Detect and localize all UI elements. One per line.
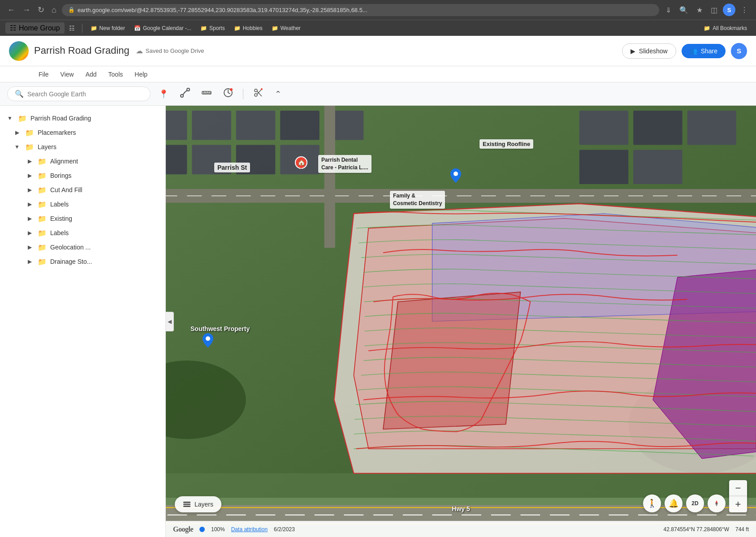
search-bar[interactable]: 🔍: [7, 86, 151, 101]
app-header: Parrish Road Grading ☁ Saved to Google D…: [0, 36, 756, 66]
layers-button[interactable]: Layers: [175, 496, 221, 512]
map-controls: 🚶 🔔 2D −: [643, 480, 747, 512]
menu-tools[interactable]: Tools: [104, 69, 128, 80]
navigate-button[interactable]: [708, 494, 726, 512]
more-options-icon[interactable]: ⋮: [738, 4, 751, 16]
tree-toggle-borings[interactable]: ▶: [25, 171, 34, 180]
bookmark-weather[interactable]: 📁 Weather: [268, 24, 304, 33]
bookmark-hobbies[interactable]: 📁 Hobbies: [230, 24, 266, 33]
tree-label-labels-2: Labels: [50, 229, 69, 236]
tree-toggle-placemarkers[interactable]: ▶: [13, 128, 22, 137]
all-bookmarks-label: All Bookmarks: [713, 25, 747, 31]
reload-button[interactable]: ↻: [36, 3, 46, 17]
street-view-button[interactable]: 🚶: [643, 494, 661, 512]
svg-rect-53: [183, 506, 190, 507]
svg-point-15: [261, 88, 263, 90]
sidebar-collapse-button[interactable]: ◀: [166, 312, 174, 331]
tree-item-labels-2[interactable]: ▶ 📁 Labels: [0, 226, 165, 240]
search-input[interactable]: [27, 90, 139, 98]
tree-toggle-alignment[interactable]: ▶: [25, 157, 34, 166]
tree-toggle-layers[interactable]: ▼: [13, 142, 22, 151]
save-status-text: Saved to Google Drive: [146, 47, 204, 54]
address-bar[interactable]: 🔒 earth.google.com/web/@42.87553935,-77.…: [62, 4, 659, 16]
app-title-group: Parrish Road Grading: [34, 45, 130, 57]
header-actions: ▶ Slideshow 👥 Share S: [622, 43, 747, 59]
time-tool-button[interactable]: [220, 85, 237, 103]
share-button[interactable]: 👥 Share: [682, 44, 726, 58]
bookmark-new-folder[interactable]: 📁 New folder: [87, 24, 129, 33]
pin-blue-1: [450, 168, 461, 185]
profile-avatar-app[interactable]: S: [731, 43, 747, 59]
slideshow-button[interactable]: ▶ Slideshow: [622, 43, 676, 59]
app-container: Parrish Road Grading ☁ Saved to Google D…: [0, 36, 756, 537]
tree-item-alignment[interactable]: ▶ 📁 Alignment: [0, 154, 165, 168]
toolbar: 🔍 📍 ⌃: [0, 82, 756, 106]
grid-icon[interactable]: ☷: [66, 23, 78, 34]
tree-label-layers: Layers: [38, 143, 56, 150]
main-content: ▼ 📁 Parrish Road Grading ▶ 📁 Placemarker…: [0, 106, 756, 537]
svg-rect-35: [633, 150, 682, 184]
tree-label-cut-and-fill: Cut And Fill: [50, 186, 82, 193]
menu-file[interactable]: File: [34, 69, 53, 80]
elevation: 744 ft: [735, 526, 749, 533]
bookmark-star-icon[interactable]: ★: [694, 4, 705, 16]
forward-button[interactable]: →: [21, 4, 32, 17]
compass-button[interactable]: 🔔: [665, 494, 683, 512]
download-icon[interactable]: ⇓: [663, 4, 674, 16]
google-logo: Google: [173, 525, 193, 533]
menu-add[interactable]: Add: [81, 69, 101, 80]
zoom-in-button[interactable]: +: [729, 496, 747, 512]
map-area: Parrish St Parrish Dental Care - Patrici…: [166, 106, 756, 537]
tree-toggle-drainage[interactable]: ▶: [25, 257, 34, 266]
svg-rect-23: [192, 111, 231, 140]
svg-rect-31: [579, 111, 628, 145]
collapse-toolbar-button[interactable]: ⌃: [271, 86, 285, 102]
tree-item-existing[interactable]: ▶ 📁 Existing: [0, 211, 165, 226]
all-bookmarks-button[interactable]: 📁 All Bookmarks: [700, 24, 751, 33]
tree-label-labels-1: Labels: [50, 201, 69, 208]
data-attribution-link[interactable]: Data attribution: [231, 526, 268, 533]
folder-icon-labels-2: 📁: [38, 229, 47, 237]
tree-toggle-existing[interactable]: ▶: [25, 214, 34, 223]
tree-toggle-geolocation[interactable]: ▶: [25, 243, 34, 252]
tree-toggle-cut-and-fill[interactable]: ▶: [25, 185, 34, 194]
tree-item-drainage[interactable]: ▶ 📁 Drainage Sto...: [0, 254, 165, 269]
view-2d-button[interactable]: 2D: [686, 494, 704, 512]
extensions-icon[interactable]: ◫: [708, 4, 720, 16]
tree-item-labels-1[interactable]: ▶ 📁 Labels: [0, 197, 165, 211]
tree-item-placemarkers[interactable]: ▶ 📁 Placemarkers: [0, 125, 165, 140]
tree-toggle-labels-2[interactable]: ▶: [25, 228, 34, 237]
tree-item-geolocation[interactable]: ▶ 📁 Geolocation ...: [0, 240, 165, 254]
hobbies-label: Hobbies: [243, 25, 263, 31]
address-text: earth.google.com/web/@42.87553935,-77.28…: [78, 7, 367, 13]
tree-item-layers[interactable]: ▼ 📁 Layers: [0, 140, 165, 154]
cloud-icon: ☁: [136, 47, 143, 55]
bookmark-google-calendar[interactable]: 📅 Google Calendar -...: [130, 24, 195, 33]
path-tool-button[interactable]: [177, 85, 194, 103]
tree-item-cut-and-fill[interactable]: ▶ 📁 Cut And Fill: [0, 183, 165, 197]
parrish-st-label: Parrish St: [214, 163, 250, 172]
home-group-icon: ☷: [10, 24, 16, 32]
zoom-out-button[interactable]: −: [729, 480, 747, 496]
tree-toggle-labels-1[interactable]: ▶: [25, 200, 34, 209]
pin-home-red: 🏠: [295, 156, 307, 172]
placemark-tool-button[interactable]: 📍: [155, 86, 172, 102]
back-button[interactable]: ←: [5, 4, 17, 17]
svg-marker-42: [383, 292, 520, 429]
profile-avatar[interactable]: S: [723, 4, 735, 16]
home-button[interactable]: ⌂: [50, 4, 58, 17]
tree-root-parrish[interactable]: ▼ 📁 Parrish Road Grading: [0, 111, 165, 125]
folder-icon-labels-1: 📁: [38, 200, 47, 209]
zoom-icon[interactable]: 🔍: [677, 4, 691, 16]
search-icon: 🔍: [15, 90, 24, 98]
scissors-tool-button[interactable]: [250, 85, 267, 103]
measure-tool-button[interactable]: [198, 86, 215, 101]
menu-view[interactable]: View: [56, 69, 78, 80]
home-group-bookmark[interactable]: ☷ Home Group: [5, 22, 65, 34]
parrish-dental-label: Parrish Dental Care - Patricia L....: [318, 155, 372, 173]
tree-item-borings[interactable]: ▶ 📁 Borings: [0, 168, 165, 183]
svg-rect-38: [324, 106, 335, 248]
tree-toggle-root[interactable]: ▼: [5, 114, 14, 123]
bookmark-sports[interactable]: 📁 Sports: [197, 24, 229, 33]
menu-help[interactable]: Help: [130, 69, 152, 80]
